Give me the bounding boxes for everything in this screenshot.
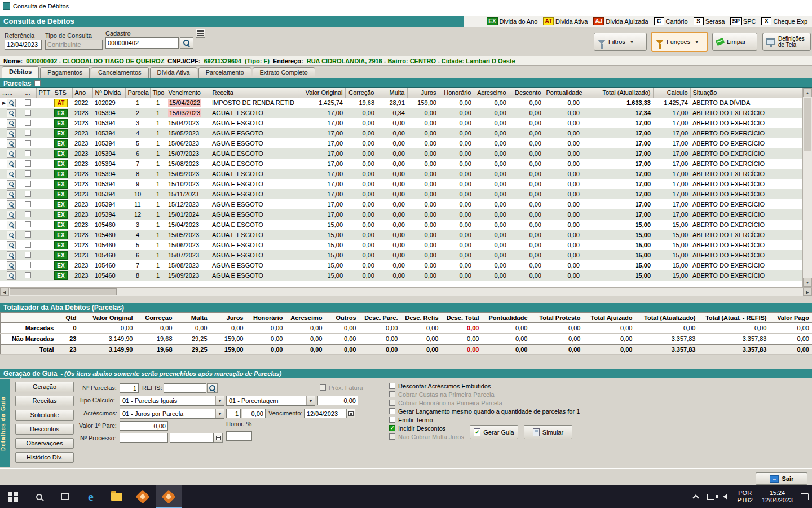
taskbar-search-button[interactable] <box>26 485 52 508</box>
refis-search-button[interactable] <box>207 383 218 393</box>
row-checkbox[interactable] <box>25 160 31 167</box>
row-detail-magnifier-icon[interactable] <box>7 150 16 158</box>
column-header[interactable]: ...... <box>0 88 23 98</box>
layout-options-icon[interactable] <box>196 29 205 38</box>
guia-side-button[interactable]: Geração <box>15 382 74 392</box>
prox-fatura-checkbox[interactable]: Próx. Fatura <box>320 383 363 392</box>
debit-row[interactable]: ▶ EX 2023 105460 7 1 15/08/2023 AGUA E E… <box>0 260 802 270</box>
checkbox[interactable] <box>389 433 395 440</box>
column-header[interactable]: Tipo <box>150 88 166 98</box>
row-detail-magnifier-icon[interactable] <box>7 119 16 128</box>
vencimento-input[interactable] <box>304 409 346 418</box>
vencimento-calendar-icon[interactable] <box>346 409 355 418</box>
acrescimos-select[interactable]: 01 - Juros por Parcela▼ <box>120 409 224 419</box>
guia-side-button[interactable]: Observações <box>15 438 74 449</box>
file-explorer-button[interactable] <box>104 485 130 508</box>
row-checkbox[interactable] <box>25 110 31 116</box>
row-detail-magnifier-icon[interactable] <box>7 261 16 270</box>
debit-row[interactable]: ▶ EX 2023 105394 12 1 15/01/2024 AGUA E … <box>0 209 802 220</box>
pinned-app-button[interactable] <box>130 485 156 508</box>
debit-row[interactable]: ▶ EX 2023 105394 4 1 15/05/2023 AGUA E E… <box>0 128 802 138</box>
row-detail-magnifier-icon[interactable] <box>7 139 16 148</box>
row-detail-magnifier-icon[interactable] <box>7 129 16 138</box>
debit-row[interactable]: ▶ AT 2022 102029 1 1 15/04/2022 IMPOSTO … <box>0 98 802 108</box>
tab[interactable]: Cancelamentos <box>91 67 148 78</box>
guia-option-checkbox[interactable]: Descontar Acréscimos Embutidos <box>389 382 580 390</box>
row-detail-magnifier-icon[interactable] <box>7 180 16 189</box>
debit-row[interactable]: ▶ EX 2023 105394 5 1 15/06/2023 AGUA E E… <box>0 138 802 148</box>
row-detail-magnifier-icon[interactable] <box>7 200 16 209</box>
scroll-up-icon[interactable]: ▲ <box>803 88 812 97</box>
column-header[interactable]: Honorário <box>439 88 474 98</box>
checkbox[interactable] <box>389 383 395 389</box>
column-header[interactable]: Desconto <box>509 88 544 98</box>
row-detail-magnifier-icon[interactable] <box>7 109 16 117</box>
tray-language-indicator[interactable]: POR PTB2 <box>732 485 757 508</box>
row-detail-magnifier-icon[interactable] <box>7 170 16 178</box>
scroll-right-icon[interactable]: ▶ <box>803 288 812 296</box>
filtros-button[interactable]: Filtros ▼ <box>594 33 647 51</box>
column-header[interactable]: PTT <box>36 88 52 98</box>
column-header[interactable]: Receita <box>210 88 299 98</box>
column-header[interactable]: Valor Original <box>299 88 345 98</box>
referencia-input[interactable] <box>5 40 42 50</box>
chevron-down-icon[interactable]: ▼ <box>215 409 224 418</box>
valor-parc-input[interactable] <box>120 421 168 431</box>
guia-side-button[interactable]: Solicitante <box>15 410 74 421</box>
calculo-modo-select[interactable]: 01 - Porcentagem▼ <box>226 396 315 406</box>
column-header[interactable]: Acrescimo <box>474 88 509 98</box>
sair-button[interactable]: Sair <box>756 472 807 485</box>
row-detail-magnifier-icon[interactable] <box>7 211 16 219</box>
parcelas-select-all-checkbox[interactable] <box>34 80 41 86</box>
row-checkbox[interactable] <box>25 170 31 177</box>
debit-row[interactable]: ▶ EX 2023 105394 3 1 15/04/2023 AGUA E E… <box>0 118 802 128</box>
column-header[interactable]: Nº Divida <box>92 88 125 98</box>
action-center-button[interactable] <box>797 485 812 508</box>
debit-row[interactable]: ▶ EX 2023 105460 8 1 15/09/2023 AGUA E E… <box>0 270 802 281</box>
row-detail-magnifier-icon[interactable] <box>7 241 16 249</box>
guia-side-button[interactable]: Histórico Div. <box>15 452 74 463</box>
horizontal-scrollbar[interactable]: ◀ ▶ <box>0 287 812 296</box>
guia-option-checkbox[interactable]: Gerar Lançamento mesmo quando a quantida… <box>389 407 580 415</box>
column-header[interactable]: Pontualidade <box>544 88 582 98</box>
column-header[interactable]: Juros <box>407 88 439 98</box>
tray-show-hidden-icons[interactable] <box>689 485 703 508</box>
tab[interactable]: Extrato Completo <box>253 67 315 78</box>
column-header[interactable]: Calculo <box>653 88 690 98</box>
debit-row[interactable]: ▶ EX 2023 105394 2 1 15/03/2023 AGUA E E… <box>0 108 802 118</box>
guia-side-button[interactable]: Receitas <box>15 396 74 406</box>
row-checkbox[interactable] <box>25 242 31 248</box>
guia-option-checkbox[interactable]: Cobrar Custas na Primeira Parcela <box>389 390 580 398</box>
debit-row[interactable]: ▶ EX 2023 105394 8 1 15/09/2023 AGUA E E… <box>0 169 802 179</box>
gerar-guia-button[interactable]: Gerar Guia <box>470 425 518 439</box>
row-detail-magnifier-icon[interactable] <box>7 221 16 229</box>
active-app-button[interactable] <box>156 485 182 508</box>
column-header[interactable]: ... <box>23 88 36 98</box>
debit-row[interactable]: ▶ EX 2023 105460 4 1 15/05/2023 AGUA E E… <box>0 230 802 240</box>
checkbox[interactable] <box>389 417 395 423</box>
tray-clock[interactable]: 15:24 12/04/2023 <box>757 485 797 508</box>
scroll-down-icon[interactable]: ▼ <box>803 278 812 287</box>
row-checkbox[interactable] <box>25 252 31 258</box>
row-checkbox[interactable] <box>25 211 31 217</box>
debit-row[interactable]: ▶ EX 2023 105394 7 1 15/08/2023 AGUA E E… <box>0 159 802 169</box>
scroll-left-icon[interactable]: ◀ <box>0 288 9 296</box>
chevron-down-icon[interactable]: ▼ <box>306 396 315 405</box>
row-detail-magnifier-icon[interactable] <box>7 190 16 199</box>
task-view-button[interactable] <box>52 485 78 508</box>
processo-data-input[interactable] <box>170 433 214 443</box>
detalhes-guia-tab[interactable]: Detalhes da Guia <box>0 379 10 467</box>
row-checkbox[interactable] <box>25 191 31 197</box>
column-header[interactable]: Correção <box>345 88 377 98</box>
column-header[interactable]: Multa <box>377 88 407 98</box>
vertical-scroll-thumb[interactable] <box>804 98 811 151</box>
horizontal-scroll-thumb[interactable] <box>10 288 117 295</box>
processo-calendar-icon[interactable] <box>214 433 223 443</box>
row-checkbox[interactable] <box>25 272 31 278</box>
checkbox[interactable] <box>389 400 395 406</box>
cadastro-search-button[interactable] <box>180 37 193 49</box>
row-checkbox[interactable] <box>25 221 31 227</box>
guia-side-button[interactable]: Descontos <box>15 424 74 435</box>
debit-row[interactable]: ▶ EX 2023 105394 10 1 15/11/2023 AGUA E … <box>0 189 802 199</box>
checkbox[interactable] <box>389 425 395 431</box>
